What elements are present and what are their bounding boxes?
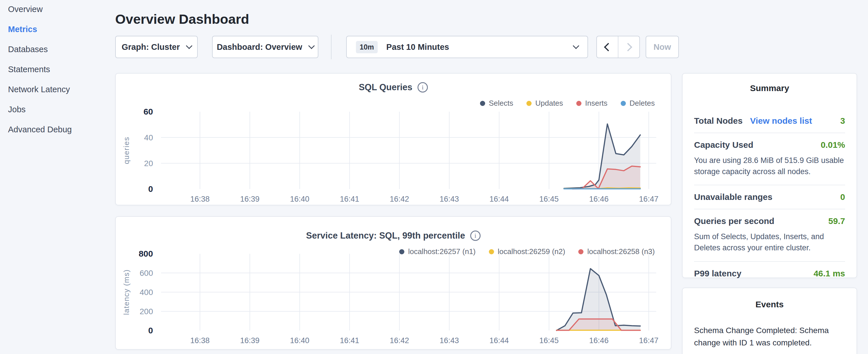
svg-text:16:39: 16:39 [240,336,260,345]
summary-panel: Summary Total Nodes View nodes list 3 Ca… [682,73,857,278]
summary-description: Sum of Selects, Updates, Inserts, and De… [694,231,845,254]
time-pager [596,36,640,58]
sidebar-item-metrics[interactable]: Metrics [8,24,105,35]
summary-value: 3 [840,116,845,126]
svg-text:16:40: 16:40 [290,336,309,345]
summary-description: You are using 28.6 MiB of 515.9 GiB usab… [694,155,845,177]
summary-title: Summary [694,83,845,93]
sidebar-item-overview[interactable]: Overview [8,3,105,15]
time-range-label: Past 10 Minutes [386,42,449,52]
svg-text:queries: queries [122,137,131,164]
now-button-label: Now [653,42,671,52]
summary-label: Total Nodes [694,116,743,126]
svg-text:20: 20 [144,159,153,168]
summary-value: 46.1 ms [813,269,845,279]
now-button[interactable]: Now [646,36,679,58]
svg-text:16:38: 16:38 [190,195,210,203]
svg-text:40: 40 [144,133,153,142]
summary-label: Queries per second [694,216,774,226]
chevron-down-icon [308,43,315,49]
svg-text:800: 800 [139,249,153,258]
summary-value: 59.7 [829,216,845,226]
svg-text:400: 400 [140,288,153,297]
svg-text:16:45: 16:45 [539,195,559,203]
svg-text:16:40: 16:40 [290,195,309,203]
sidebar-item-databases[interactable]: Databases [8,43,105,55]
svg-text:16:41: 16:41 [340,336,359,345]
summary-label: Unavailable ranges [694,192,772,202]
summary-label: P99 latency [694,269,741,279]
summary-value: 0 [840,192,845,202]
summary-row-queries-per-second: Queries per second 59.7 Sum of Selects, … [694,210,845,261]
summary-value: 0.01% [821,140,845,150]
svg-text:16:47: 16:47 [639,195,658,203]
sql-queries-chart[interactable]: 16:3816:3916:4016:4116:4216:4316:4416:45… [116,74,672,206]
sidebar-item-network-latency[interactable]: Network Latency [8,84,105,95]
summary-label: Capacity Used [694,140,753,150]
event-message: Schema Change Completed: Schema change w… [694,324,845,349]
chevron-down-icon [573,43,580,49]
sidebar-item-advanced-debug[interactable]: Advanced Debug [8,124,105,135]
time-range-badge: 10m [356,41,378,53]
summary-row-total-nodes: Total Nodes View nodes list 3 [694,109,845,133]
svg-text:16:46: 16:46 [589,336,609,345]
chevron-right-icon [624,43,632,51]
dashboard-dropdown[interactable]: Dashboard: Overview [212,36,318,58]
chevron-down-icon [186,43,192,49]
time-range-dropdown[interactable]: 10m Past 10 Minutes [346,36,588,58]
svg-text:16:41: 16:41 [340,195,359,203]
service-latency-chart-card: Service Latency: SQL, 99th percentile i … [115,216,672,350]
page-title: Overview Dashboard [115,11,249,27]
event-list-item: Schema Change Completed: Schema change w… [694,324,845,354]
svg-text:16:47: 16:47 [639,336,658,345]
sql-queries-chart-card: SQL Queries i SelectsUpdatesInsertsDelet… [115,73,672,205]
svg-text:16:45: 16:45 [539,336,559,345]
svg-text:16:46: 16:46 [589,195,609,203]
time-forward-button[interactable] [618,36,639,58]
svg-text:16:39: 16:39 [240,195,260,203]
svg-text:16:42: 16:42 [390,336,409,345]
svg-text:600: 600 [140,269,153,278]
svg-text:16:43: 16:43 [440,195,459,203]
svg-text:200: 200 [140,307,153,316]
svg-text:60: 60 [144,107,153,116]
summary-row-unavailable-ranges: Unavailable ranges 0 [694,185,845,210]
svg-text:16:44: 16:44 [490,195,509,203]
sidebar: Overview Metrics Databases Statements Ne… [8,3,105,144]
chevron-left-icon [604,43,613,51]
svg-text:0: 0 [148,184,153,194]
events-panel: Events Schema Change Completed: Schema c… [682,288,857,354]
graph-scope-dropdown[interactable]: Graph: Cluster [115,36,198,58]
sidebar-item-jobs[interactable]: Jobs [8,104,105,116]
app-screen: Overview Metrics Databases Statements Ne… [0,0,868,354]
service-latency-chart[interactable]: 16:3816:3916:4016:4116:4216:4316:4416:45… [116,217,672,350]
summary-row-p99-latency: P99 latency 46.1 ms [694,262,845,285]
events-title: Events [694,299,845,309]
graph-scope-label: Graph: Cluster [122,42,180,52]
dashboard-label: Dashboard: Overview [217,42,302,52]
view-nodes-list-link[interactable]: View nodes list [750,116,812,126]
svg-text:16:38: 16:38 [190,336,210,345]
svg-text:0: 0 [148,326,153,335]
divider [331,35,332,59]
svg-text:16:42: 16:42 [390,195,409,203]
svg-text:latency (ms): latency (ms) [122,269,131,315]
time-back-button[interactable] [597,36,618,58]
svg-text:16:43: 16:43 [440,336,459,345]
sidebar-item-statements[interactable]: Statements [8,64,105,75]
summary-row-capacity-used: Capacity Used 0.01% You are using 28.6 M… [694,133,845,185]
svg-text:16:44: 16:44 [490,336,509,345]
